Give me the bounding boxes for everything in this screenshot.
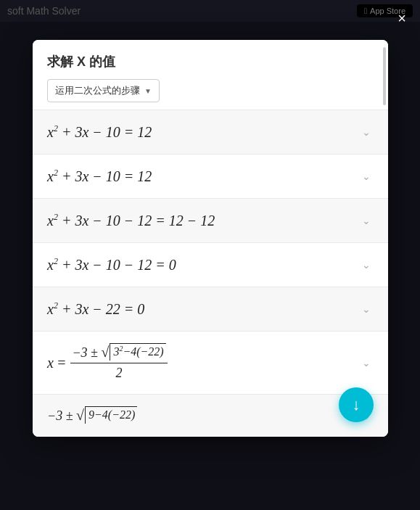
scroll-indicator	[383, 47, 386, 105]
step-math-1: x2 + 3x − 10 = 12	[47, 122, 359, 142]
step-row: x2 + 3x − 10 − 12 = 0 ⌄	[33, 242, 388, 287]
step-row: −3 ± √ 9−4(−22) ⌄	[33, 394, 388, 437]
modal-dialog: 求解 X 的值 运用二次公式的步骤 ▼ x2 + 3x − 10 = 12 ⌄ …	[33, 40, 388, 437]
arrow-down-icon: ↓	[353, 395, 361, 414]
step-row: x2 + 3x − 10 = 12 ⌄	[33, 110, 388, 154]
step-math-6: x = −3 ± √ 32−4(−22) 2	[47, 343, 359, 382]
modal-title: 求解 X 的值	[47, 53, 374, 70]
step-expand-2[interactable]: ⌄	[359, 168, 374, 186]
modal-scroll-container[interactable]: 求解 X 的值 运用二次公式的步骤 ▼ x2 + 3x − 10 = 12 ⌄ …	[33, 40, 388, 437]
step-row: x2 + 3x − 10 − 12 = 12 − 12 ⌄	[33, 198, 388, 242]
scroll-down-fab[interactable]: ↓	[339, 387, 374, 422]
step-expand-1[interactable]: ⌄	[359, 123, 374, 141]
step-row: x = −3 ± √ 32−4(−22) 2 ⌄	[33, 331, 388, 394]
method-label: 运用二次公式的步骤	[55, 84, 140, 97]
step-math-3: x2 + 3x − 10 − 12 = 12 − 12	[47, 210, 359, 231]
step-expand-5[interactable]: ⌄	[359, 300, 374, 318]
step-expand-3[interactable]: ⌄	[359, 212, 374, 230]
step-math-2: x2 + 3x − 10 = 12	[47, 166, 359, 186]
step-expand-4[interactable]: ⌄	[359, 256, 374, 274]
step-math-4: x2 + 3x − 10 − 12 = 0	[47, 255, 359, 275]
close-button[interactable]: ×	[391, 7, 413, 29]
chevron-down-icon: ▼	[144, 87, 152, 95]
method-dropdown[interactable]: 运用二次公式的步骤 ▼	[47, 79, 160, 102]
modal-header: 求解 X 的值 运用二次公式的步骤 ▼	[33, 40, 388, 110]
step-row: x2 + 3x − 22 = 0 ⌄	[33, 287, 388, 331]
step-math-5: x2 + 3x − 22 = 0	[47, 299, 359, 319]
step-row: x2 + 3x − 10 = 12 ⌄	[33, 154, 388, 198]
step-math-7: −3 ± √ 9−4(−22)	[47, 406, 359, 425]
steps-list: x2 + 3x − 10 = 12 ⌄ x2 + 3x − 10 = 12 ⌄ …	[33, 110, 388, 437]
step-expand-6[interactable]: ⌄	[359, 354, 374, 372]
